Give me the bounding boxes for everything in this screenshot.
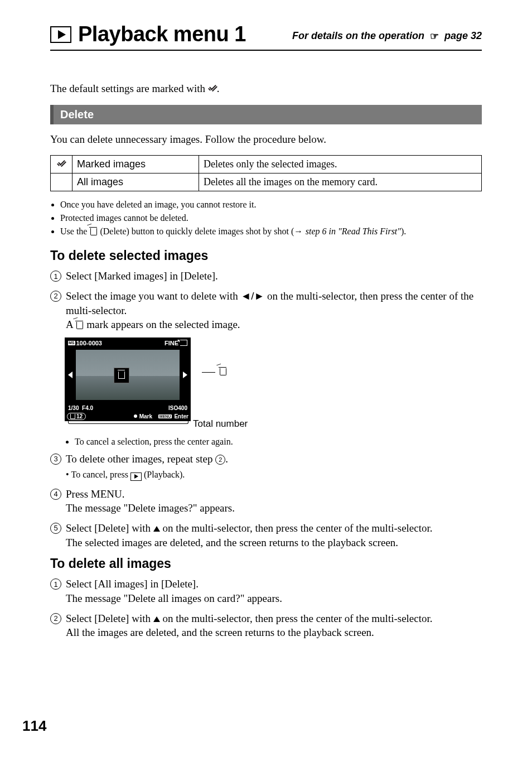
shutter-speed: 1/30 F4.0 — [68, 405, 93, 411]
camera-lcd: MS 100-0003 FINE 1/30 F4.0 ISO400 — [65, 337, 191, 421]
option-marked-images-desc: Deletes only the selected images. — [199, 156, 482, 173]
all-step2-text: Select [Delete] with on the multi-select… — [66, 611, 433, 640]
step4-text: Press MENU. The message "Delete images?"… — [66, 487, 235, 515]
playback-icon — [50, 26, 71, 43]
up-arrow-icon — [153, 526, 160, 532]
step-number-5: 5 — [50, 523, 61, 534]
notes-list: Once you have deleted an image, you cann… — [50, 198, 482, 238]
up-arrow-icon — [153, 616, 160, 622]
next-image-arrow — [180, 350, 191, 400]
step-number-3: 3 — [50, 454, 61, 465]
steps-delete-selected: 1 Select [Marked images] in [Delete]. 2 … — [50, 269, 482, 549]
delete-mark-overlay — [114, 368, 129, 383]
delete-options-table: Marked images Deletes only the selected … — [50, 155, 482, 191]
iso-value: ISO400 — [168, 405, 187, 411]
default-marker-cell — [51, 156, 72, 173]
note-1: Once you have deleted an image, you cann… — [60, 198, 482, 211]
trash-icon — [118, 372, 125, 379]
note-2: Protected images cannot be deleted. — [60, 211, 482, 225]
header-cross-ref: For details on the operation ☞ page 32 — [292, 30, 482, 42]
option-marked-images-label: Marked images — [72, 156, 199, 173]
option-all-images-desc: Deletes all the images on the memory car… — [199, 173, 482, 191]
step-number-1: 1 — [50, 578, 61, 590]
page-number: 114 — [22, 717, 46, 735]
step3-text: To delete other images, repeat step 2. •… — [66, 452, 228, 481]
callout-total-number: Total number — [193, 418, 248, 430]
note-3: Use the (Delete) button to quickly delet… — [60, 225, 482, 238]
step5-text: Select [Delete] with on the multi-select… — [66, 521, 433, 549]
page-title: Playback menu 1 — [78, 22, 246, 46]
option-all-images-label: All images — [72, 173, 199, 191]
trash-icon — [89, 226, 98, 235]
step-number-1: 1 — [50, 271, 61, 282]
trash-icon — [70, 414, 75, 419]
intro-text: The default settings are marked with . — [50, 81, 482, 96]
step2-text: Select the image you want to delete with… — [66, 289, 482, 332]
step2-cancel-note: To cancel a selection, press the center … — [75, 435, 482, 449]
pointer-icon: ☞ — [427, 30, 442, 42]
center-button-icon — [134, 414, 137, 418]
step-number-2: 2 — [50, 291, 61, 302]
step1-text: Select [Marked images] in [Delete]. — [66, 269, 218, 283]
page-header: Playback menu 1 For details on the opera… — [50, 22, 482, 51]
step-number-2: 2 — [50, 613, 61, 624]
quality-rotate-indicator: FINE — [165, 340, 187, 346]
check-icon — [57, 160, 66, 168]
trash-icon — [75, 320, 84, 329]
section-intro: You can delete unnecessary images. Follo… — [50, 132, 482, 147]
media-folder-indicator: MS 100-0003 — [68, 340, 102, 346]
section-delete-heading: Delete — [50, 105, 482, 124]
memory-stick-icon: MS — [68, 341, 75, 345]
empty-marker-cell — [51, 173, 72, 191]
marked-count-box: 12 — [67, 413, 86, 420]
all-step1-text: Select [All images] in [Delete]. The mes… — [66, 577, 282, 605]
subheading-delete-selected: To delete selected images — [50, 248, 482, 263]
prev-image-arrow — [65, 350, 76, 400]
rotate-icon — [180, 340, 187, 346]
callout-trash-mark — [202, 367, 248, 377]
menu-badge-icon: MENU — [158, 414, 172, 418]
step-number-4: 4 — [50, 489, 61, 500]
default-check-icon — [208, 85, 217, 93]
playback-button-icon — [130, 472, 142, 481]
left-right-arrow-icon: ◄/► — [240, 290, 264, 302]
camera-screen-illustration: MS 100-0003 FINE 1/30 F4.0 ISO400 — [65, 337, 482, 430]
controls-hint: Mark MENU Enter — [134, 413, 188, 420]
trash-icon — [219, 367, 227, 375]
steps-delete-all: 1 Select [All images] in [Delete]. The m… — [50, 577, 482, 640]
subheading-delete-all: To delete all images — [50, 556, 482, 571]
